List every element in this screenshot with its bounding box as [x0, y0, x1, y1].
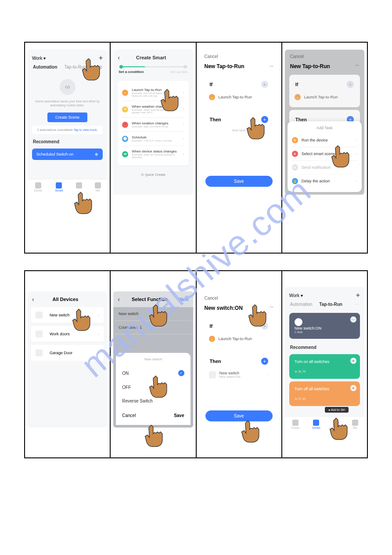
page-title: New switch:ON — [205, 305, 243, 311]
tab-automation[interactable]: Automation — [290, 302, 313, 307]
page-title: New Tap-to-Run — [205, 63, 245, 69]
add-task-placeholder: Add task — [208, 127, 270, 134]
more-icon[interactable]: ⋯ — [270, 64, 273, 69]
location-dropdown[interactable]: Work ▾ — [32, 56, 46, 61]
condition-list: 👆Launch Tap-to-RunExample: turn off all … — [118, 81, 188, 166]
blurb-text: Home automation saves your time and effo… — [28, 98, 107, 109]
sheet-title: New switch — [122, 357, 184, 366]
more-icon[interactable]: ⋯ — [355, 302, 359, 307]
save-button[interactable]: Save — [205, 410, 273, 421]
rec-card-turn-off[interactable]: Turn off all switches + ★ 97.3K — [289, 381, 360, 406]
add-icon[interactable]: + — [350, 385, 356, 391]
opt-reverse[interactable]: Reverse Switch — [122, 394, 184, 408]
screen-4: Cancel New Tap-to-Run⋯ If+ 👆Launch Tap-t… — [282, 43, 367, 253]
add-icon[interactable]: + — [350, 358, 356, 364]
opt-select-scenes[interactable]: ☀Select smart scenes› — [292, 147, 357, 161]
nav-extra[interactable] — [333, 421, 339, 428]
screen-1: Work ▾ + Automation Tap-to-Run ▦ ∞ Home … — [25, 43, 111, 253]
add-button[interactable]: + — [99, 54, 103, 62]
cancel-button[interactable]: Cancel — [205, 54, 218, 59]
step-task: Set up task — [170, 70, 187, 74]
add-then-button[interactable]: + — [261, 116, 268, 123]
opt-on[interactable]: ON✓ — [122, 366, 184, 381]
cond-device-status[interactable]: ⇄When device status changesExample: when… — [122, 146, 184, 162]
back-button[interactable]: ‹ — [32, 296, 34, 303]
cancel-button[interactable]: Cancel — [290, 54, 304, 59]
device-garage-door[interactable]: Garage Door› — [31, 345, 104, 361]
phone-frame: Work ▾+ AutomationTap-to-Run⋯ New switch… — [285, 287, 364, 432]
device-work-doors[interactable]: Work doors› — [31, 326, 104, 342]
nav-me[interactable]: Me — [95, 182, 101, 192]
scheduled-switch-card[interactable]: Scheduled Switch-on⊕ — [32, 149, 103, 160]
page-title: New Tap-to-Run — [290, 63, 330, 69]
add-if-button[interactable]: + — [261, 81, 268, 88]
sheet-cancel-button[interactable]: Cancel — [122, 413, 136, 418]
screen-7: Cancel New switch:ON⋯ If+ 👆Launch Tap-to… — [197, 271, 282, 457]
tab-tap-to-run[interactable]: Tap-to-Run — [65, 65, 86, 69]
if-launch-row[interactable]: 👆Launch Tap-to-Run — [208, 91, 270, 103]
availability-note[interactable]: 3 automations unavailable.Tap to view mo… — [32, 126, 103, 134]
phone-frame: Work ▾ + Automation Tap-to-Run ▦ ∞ Home … — [28, 50, 107, 195]
opt-delay-action[interactable]: ⏳Delay the action› — [292, 174, 357, 188]
then-label: Then — [210, 359, 221, 364]
next-button[interactable]: Next — [180, 297, 189, 302]
nav-home[interactable]: Home — [34, 182, 42, 192]
then-block: Then+ New switchNew switch:ON› — [204, 352, 274, 385]
location-dropdown[interactable]: Work ▾ — [289, 293, 303, 298]
then-label: Then — [210, 117, 221, 122]
progress-bar — [119, 66, 187, 67]
add-to-siri-button[interactable]: ● Add to Siri — [325, 407, 349, 413]
add-if-button: + — [347, 81, 354, 88]
if-launch-row[interactable]: 👆Launch Tap-to-Run — [208, 333, 270, 345]
tab-tap-to-run[interactable]: Tap-to-Run — [319, 302, 342, 307]
nav-smart[interactable]: Smart — [55, 182, 63, 192]
filter-icon[interactable]: ▦ — [98, 65, 102, 69]
page-title: Select Function — [123, 297, 176, 302]
nav-me[interactable]: Me — [352, 420, 358, 429]
nav-home[interactable]: Home — [291, 420, 299, 429]
opt-send-notification: ✉Send notification› — [292, 161, 357, 174]
scene-title: New switch:ON — [295, 326, 355, 330]
if-block: If+ 👆Launch Tap-to-Run — [204, 75, 274, 107]
add-if-button[interactable]: + — [261, 323, 268, 330]
cond-launch-tap[interactable]: 👆Launch Tap-to-RunExample: turn off all … — [122, 84, 184, 101]
scene-menu-icon[interactable]: ⋯ — [350, 316, 356, 323]
page-title: All Devices — [38, 297, 94, 302]
device-new-switch[interactable]: New switch› — [31, 307, 104, 323]
nav-extra[interactable]: ... — [76, 182, 82, 192]
page-title: Create Smart — [120, 55, 183, 60]
phone-frame: ‹ Create Smart Set a conditionSet up tas… — [113, 50, 193, 195]
back-button[interactable]: ‹ — [118, 296, 120, 303]
nav-smart[interactable]: Smart — [312, 420, 320, 429]
cancel-button[interactable]: Cancel — [205, 296, 218, 301]
cond-location[interactable]: 📍When location changesExample: after you… — [122, 118, 184, 132]
screen-5: ‹All Devices New switch› Work doors› Gar… — [25, 271, 111, 457]
quick-create-button[interactable]: ⊙ Quick Create — [113, 168, 193, 181]
step-condition: Set a condition — [119, 70, 144, 74]
screen-3: Cancel New Tap-to-Run ⋯ If+ 👆Launch Tap-… — [197, 43, 282, 253]
save-button[interactable]: Save — [205, 176, 273, 187]
phone-frame: ‹All Devices New switch› Work doors› Gar… — [28, 291, 107, 428]
if-label: If — [295, 82, 298, 87]
fn-new-switch[interactable]: New switch› — [113, 307, 193, 321]
opt-run-device[interactable]: ⚙Run the device› — [292, 134, 357, 147]
more-icon[interactable]: ⋯ — [355, 63, 359, 69]
fn-countdown[interactable]: Countdown 1› — [113, 321, 193, 334]
sheet-save-button[interactable]: Save — [174, 413, 184, 418]
switch-sheet: New switch ON✓ OFF Reverse Switch Cancel… — [116, 353, 190, 425]
loop-icon: ∞ — [60, 79, 76, 95]
create-scene-button[interactable]: Create Scene — [47, 112, 87, 122]
top-grid: Work ▾ + Automation Tap-to-Run ▦ ∞ Home … — [24, 42, 368, 254]
tab-automation[interactable]: Automation — [33, 65, 58, 69]
phone-frame: Cancel New Tap-to-Run⋯ If+ 👆Launch Tap-t… — [285, 50, 364, 195]
add-button[interactable]: + — [356, 291, 360, 299]
cond-weather[interactable]: ☀When weather changesExample: when local… — [122, 101, 184, 118]
then-device-row[interactable]: New switchNew switch:ON› — [208, 368, 270, 381]
scene-card-new-switch[interactable]: New switch:ON 1 task ⋯ — [289, 313, 360, 339]
if-label: If — [210, 82, 213, 87]
rec-card-turn-on[interactable]: Turn on all switches + ★ 36.7K — [289, 354, 360, 379]
opt-off[interactable]: OFF — [122, 381, 184, 394]
add-then-button[interactable]: + — [261, 358, 268, 365]
more-icon[interactable]: ⋯ — [270, 305, 273, 311]
cond-schedule[interactable]: 🕒ScheduleExample: 7:00 a.m. every mornin… — [122, 132, 184, 146]
